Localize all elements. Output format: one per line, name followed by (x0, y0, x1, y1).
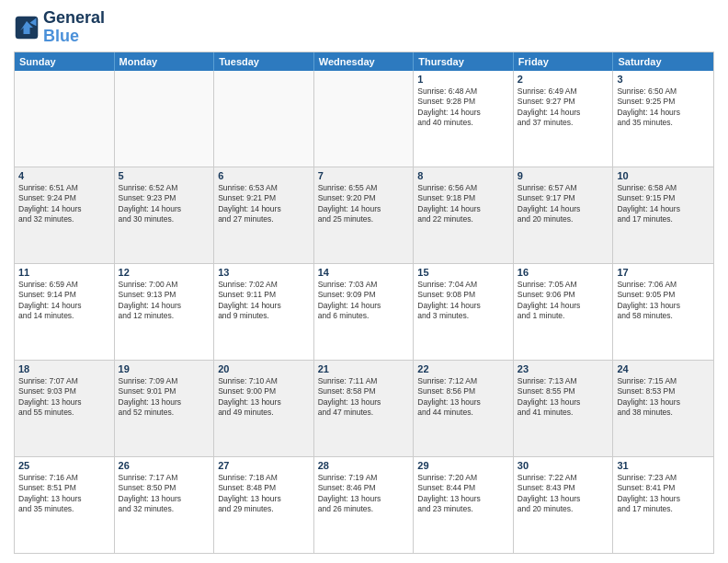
calendar-cell: 17Sunrise: 7:06 AM Sunset: 9:05 PM Dayli… (613, 264, 713, 360)
calendar-week: 1Sunrise: 6:48 AM Sunset: 9:28 PM Daylig… (15, 71, 713, 167)
calendar-week: 11Sunrise: 6:59 AM Sunset: 9:14 PM Dayli… (15, 264, 713, 361)
day-number: 29 (417, 460, 509, 471)
calendar-cell: 6Sunrise: 6:53 AM Sunset: 9:21 PM Daylig… (214, 167, 314, 263)
day-number: 4 (18, 170, 110, 181)
day-number: 25 (18, 460, 110, 471)
day-info: Sunrise: 6:48 AM Sunset: 9:28 PM Dayligh… (417, 86, 509, 129)
day-number: 9 (518, 170, 609, 181)
day-info: Sunrise: 6:59 AM Sunset: 9:14 PM Dayligh… (18, 280, 110, 322)
calendar-cell: 22Sunrise: 7:12 AM Sunset: 8:56 PM Dayli… (414, 361, 514, 456)
calendar-cell: 9Sunrise: 6:57 AM Sunset: 9:17 PM Daylig… (514, 167, 614, 263)
day-info: Sunrise: 7:07 AM Sunset: 9:03 PM Dayligh… (18, 376, 110, 419)
calendar-week: 18Sunrise: 7:07 AM Sunset: 9:03 PM Dayli… (15, 361, 713, 457)
day-number: 31 (617, 460, 710, 471)
calendar-cell: 20Sunrise: 7:10 AM Sunset: 9:00 PM Dayli… (214, 361, 314, 456)
day-number: 22 (417, 363, 509, 374)
day-info: Sunrise: 7:05 AM Sunset: 9:06 PM Dayligh… (518, 280, 609, 322)
day-number: 24 (617, 363, 710, 374)
calendar-cell: 11Sunrise: 6:59 AM Sunset: 9:14 PM Dayli… (15, 264, 115, 360)
day-info: Sunrise: 6:55 AM Sunset: 9:20 PM Dayligh… (318, 183, 410, 225)
day-info: Sunrise: 7:22 AM Sunset: 8:43 PM Dayligh… (518, 473, 609, 515)
logo-icon (14, 15, 40, 40)
calendar-cell: 10Sunrise: 6:58 AM Sunset: 9:15 PM Dayli… (613, 167, 713, 263)
header: General Blue (14, 9, 714, 46)
day-number: 10 (617, 170, 710, 181)
calendar-cell: 13Sunrise: 7:02 AM Sunset: 9:11 PM Dayli… (214, 264, 314, 360)
calendar-cell (214, 71, 314, 167)
logo-text: General Blue (43, 9, 105, 46)
day-info: Sunrise: 6:52 AM Sunset: 9:23 PM Dayligh… (119, 183, 210, 225)
day-number: 27 (218, 460, 310, 471)
calendar-cell: 24Sunrise: 7:15 AM Sunset: 8:53 PM Dayli… (613, 361, 713, 456)
day-number: 30 (518, 460, 609, 471)
day-number: 11 (18, 267, 110, 278)
calendar-week: 4Sunrise: 6:51 AM Sunset: 9:24 PM Daylig… (15, 167, 713, 264)
calendar-header-cell: Tuesday (214, 52, 314, 71)
day-info: Sunrise: 6:56 AM Sunset: 9:18 PM Dayligh… (417, 183, 509, 225)
day-info: Sunrise: 6:58 AM Sunset: 9:15 PM Dayligh… (617, 183, 710, 225)
calendar-cell: 14Sunrise: 7:03 AM Sunset: 9:09 PM Dayli… (314, 264, 415, 360)
calendar-cell: 2Sunrise: 6:49 AM Sunset: 9:27 PM Daylig… (514, 71, 614, 167)
day-number: 3 (617, 74, 710, 85)
calendar-cell: 19Sunrise: 7:09 AM Sunset: 9:01 PM Dayli… (115, 361, 215, 456)
day-info: Sunrise: 7:16 AM Sunset: 8:51 PM Dayligh… (18, 473, 110, 515)
day-info: Sunrise: 7:23 AM Sunset: 8:41 PM Dayligh… (617, 473, 710, 515)
calendar-cell (314, 71, 415, 167)
day-info: Sunrise: 7:19 AM Sunset: 8:46 PM Dayligh… (318, 473, 410, 515)
calendar-cell: 12Sunrise: 7:00 AM Sunset: 9:13 PM Dayli… (115, 264, 215, 360)
day-number: 17 (617, 267, 710, 278)
day-number: 15 (417, 267, 509, 278)
calendar-header-cell: Wednesday (314, 52, 415, 71)
day-number: 12 (119, 267, 210, 278)
calendar-cell: 1Sunrise: 6:48 AM Sunset: 9:28 PM Daylig… (414, 71, 514, 167)
day-info: Sunrise: 7:17 AM Sunset: 8:50 PM Dayligh… (119, 473, 210, 515)
day-number: 19 (119, 363, 210, 374)
calendar-cell: 27Sunrise: 7:18 AM Sunset: 8:48 PM Dayli… (214, 457, 314, 553)
calendar-cell: 3Sunrise: 6:50 AM Sunset: 9:25 PM Daylig… (613, 71, 713, 167)
calendar: SundayMondayTuesdayWednesdayThursdayFrid… (14, 52, 714, 554)
day-info: Sunrise: 6:53 AM Sunset: 9:21 PM Dayligh… (218, 183, 310, 225)
day-info: Sunrise: 7:12 AM Sunset: 8:56 PM Dayligh… (417, 376, 509, 419)
calendar-header-cell: Sunday (15, 52, 115, 71)
calendar-cell: 25Sunrise: 7:16 AM Sunset: 8:51 PM Dayli… (15, 457, 115, 553)
day-info: Sunrise: 7:00 AM Sunset: 9:13 PM Dayligh… (119, 280, 210, 322)
day-number: 20 (218, 363, 310, 374)
calendar-cell: 30Sunrise: 7:22 AM Sunset: 8:43 PM Dayli… (514, 457, 614, 553)
calendar-header-row: SundayMondayTuesdayWednesdayThursdayFrid… (15, 52, 713, 71)
day-number: 6 (218, 170, 310, 181)
day-number: 23 (518, 363, 609, 374)
day-info: Sunrise: 6:49 AM Sunset: 9:27 PM Dayligh… (518, 86, 609, 129)
calendar-cell: 18Sunrise: 7:07 AM Sunset: 9:03 PM Dayli… (15, 361, 115, 456)
day-info: Sunrise: 7:15 AM Sunset: 8:53 PM Dayligh… (617, 376, 710, 419)
day-number: 8 (417, 170, 509, 181)
day-number: 21 (318, 363, 410, 374)
calendar-cell: 8Sunrise: 6:56 AM Sunset: 9:18 PM Daylig… (414, 167, 514, 263)
day-info: Sunrise: 7:11 AM Sunset: 8:58 PM Dayligh… (318, 376, 410, 419)
day-number: 18 (18, 363, 110, 374)
calendar-header-cell: Monday (115, 52, 215, 71)
day-info: Sunrise: 6:57 AM Sunset: 9:17 PM Dayligh… (518, 183, 609, 225)
day-number: 13 (218, 267, 310, 278)
day-number: 14 (318, 267, 410, 278)
logo: General Blue (14, 9, 105, 46)
calendar-cell: 23Sunrise: 7:13 AM Sunset: 8:55 PM Dayli… (514, 361, 614, 456)
calendar-cell: 7Sunrise: 6:55 AM Sunset: 9:20 PM Daylig… (314, 167, 415, 263)
day-info: Sunrise: 7:09 AM Sunset: 9:01 PM Dayligh… (119, 376, 210, 419)
day-number: 2 (518, 74, 609, 85)
calendar-cell (15, 71, 115, 167)
day-number: 16 (518, 267, 609, 278)
calendar-header-cell: Saturday (613, 52, 713, 71)
day-info: Sunrise: 7:02 AM Sunset: 9:11 PM Dayligh… (218, 280, 310, 322)
day-info: Sunrise: 7:20 AM Sunset: 8:44 PM Dayligh… (417, 473, 509, 515)
day-number: 1 (417, 74, 509, 85)
calendar-cell: 5Sunrise: 6:52 AM Sunset: 9:23 PM Daylig… (115, 167, 215, 263)
day-number: 28 (318, 460, 410, 471)
calendar-week: 25Sunrise: 7:16 AM Sunset: 8:51 PM Dayli… (15, 457, 713, 553)
day-number: 7 (318, 170, 410, 181)
day-info: Sunrise: 7:18 AM Sunset: 8:48 PM Dayligh… (218, 473, 310, 515)
day-info: Sunrise: 7:04 AM Sunset: 9:08 PM Dayligh… (417, 280, 509, 322)
day-info: Sunrise: 6:51 AM Sunset: 9:24 PM Dayligh… (18, 183, 110, 225)
calendar-cell: 21Sunrise: 7:11 AM Sunset: 8:58 PM Dayli… (314, 361, 415, 456)
calendar-cell: 26Sunrise: 7:17 AM Sunset: 8:50 PM Dayli… (115, 457, 215, 553)
day-number: 26 (119, 460, 210, 471)
